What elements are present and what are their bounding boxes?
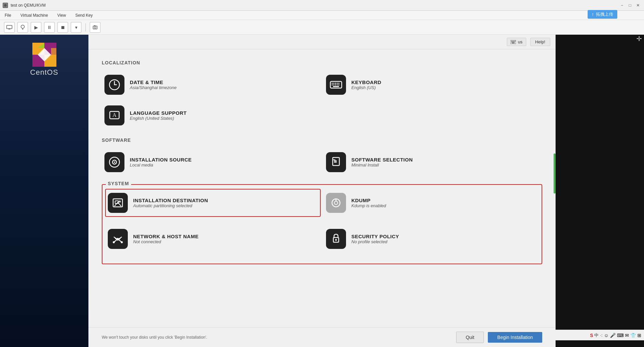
svg-rect-46 bbox=[332, 84, 333, 85]
toolbar-pause-btn[interactable]: ⏸ bbox=[44, 22, 55, 33]
svg-rect-41 bbox=[332, 83, 333, 84]
keyboard-indicator[interactable]: us bbox=[507, 38, 526, 46]
toolbar-monitor-btn[interactable] bbox=[4, 22, 15, 33]
kdump-icon bbox=[326, 193, 346, 213]
taskbar-grid: ⊞ bbox=[637, 333, 641, 338]
network-text: NETWORK & HOST NAME Not connected bbox=[133, 234, 199, 244]
toolbar-play-btn[interactable]: ▶ bbox=[31, 22, 41, 33]
security-policy-text: SECURITY POLICY No profile selected bbox=[351, 234, 399, 244]
network-item[interactable]: NETWORK & HOST NAME Not connected bbox=[105, 225, 321, 253]
toolbar-separator bbox=[85, 23, 86, 31]
svg-point-1 bbox=[4, 4, 7, 7]
software-selection-icon bbox=[326, 152, 346, 172]
date-time-item[interactable]: DATE & TIME Asia/Shanghai timezone bbox=[102, 71, 321, 99]
toolbar-dropdown-btn[interactable]: ▾ bbox=[71, 22, 81, 33]
system-taskbar: S 中 ·: ☺ 🎤 ⌨ ✉ 👕 ⊞ bbox=[556, 330, 644, 340]
svg-rect-42 bbox=[333, 83, 334, 84]
svg-rect-36 bbox=[512, 43, 515, 43]
svg-rect-9 bbox=[94, 25, 95, 26]
toolbar: ▶ ⏸ ⏹ ▾ bbox=[0, 20, 644, 35]
network-icon bbox=[108, 229, 128, 249]
svg-rect-32 bbox=[515, 41, 516, 41]
title-bar: test on QEMU/KVM − □ ✕ bbox=[0, 0, 644, 11]
keyboard-lang: us bbox=[518, 39, 523, 44]
installation-destination-icon bbox=[108, 193, 128, 213]
software-section-title: SOFTWARE bbox=[102, 137, 542, 143]
date-time-icon bbox=[104, 75, 124, 95]
svg-rect-59 bbox=[333, 159, 335, 160]
menu-file[interactable]: File bbox=[3, 12, 13, 19]
svg-rect-43 bbox=[335, 83, 336, 84]
taskbar-mail: ✉ bbox=[625, 333, 629, 338]
bottom-bar: We won't touch your disks until you clic… bbox=[88, 327, 556, 347]
system-row1: INSTALLATION DESTINATION Automatic parti… bbox=[105, 189, 539, 217]
left-panel: CentOS bbox=[0, 35, 88, 347]
menu-view[interactable]: View bbox=[55, 12, 68, 19]
vm-scrollbar[interactable] bbox=[554, 153, 556, 194]
taskbar-zh: 中 bbox=[594, 332, 599, 338]
installation-destination-text: INSTALLATION DESTINATION Automatic parti… bbox=[133, 198, 208, 208]
system-row2: NETWORK & HOST NAME Not connected SECURI… bbox=[105, 225, 539, 253]
svg-rect-7 bbox=[93, 26, 97, 29]
taskbar-s: S bbox=[590, 333, 593, 338]
upload-btn-label: 拓拽上传 bbox=[596, 11, 613, 17]
svg-rect-2 bbox=[7, 25, 12, 29]
upload-btn[interactable]: ↑ 拓拽上传 bbox=[588, 10, 617, 19]
toolbar-stop-btn[interactable]: ⏹ bbox=[57, 22, 68, 33]
software-selection-item[interactable]: SOFTWARE SELECTION Minimal Install bbox=[323, 148, 542, 176]
security-policy-item[interactable]: SECURITY POLICY No profile selected bbox=[323, 225, 539, 253]
bottom-note: We won't touch your disks until you clic… bbox=[102, 335, 207, 340]
date-time-text: DATE & TIME Asia/Shanghai timezone bbox=[130, 79, 177, 90]
kdump-item[interactable]: KDUMP Kdump is enabled bbox=[323, 189, 539, 217]
window-controls: − □ ✕ bbox=[619, 2, 641, 9]
taskbar-kb: ⌨ bbox=[617, 333, 624, 338]
taskbar-shirt: 👕 bbox=[630, 333, 636, 338]
window-title: test on QEMU/KVM bbox=[11, 3, 46, 8]
svg-rect-51 bbox=[333, 86, 339, 87]
kdump-text: KDUMP Kdump is enabled bbox=[351, 198, 386, 208]
language-item[interactable]: A LANGUAGE SUPPORT English (United State… bbox=[102, 101, 321, 129]
help-button[interactable]: Help! bbox=[530, 38, 550, 46]
move-icon[interactable]: ✛ bbox=[636, 35, 642, 43]
content-area: LOCALIZATION DATE & TIME Asia/Shanghai t… bbox=[88, 49, 556, 327]
toolbar-screenshot-btn[interactable] bbox=[90, 22, 100, 33]
upload-icon: ↑ bbox=[592, 12, 594, 17]
system-border: SYSTEM INSTALLATION DESTINATION Automati… bbox=[102, 184, 542, 264]
keyboard-item[interactable]: KEYBOARD English (US) bbox=[323, 71, 542, 99]
taskbar-mic: 🎤 bbox=[610, 333, 616, 338]
svg-text:A: A bbox=[112, 112, 116, 118]
svg-rect-3 bbox=[8, 29, 10, 29]
taskbar-emoji: ☺ bbox=[604, 333, 609, 338]
svg-rect-45 bbox=[338, 83, 339, 84]
centos-logo bbox=[31, 41, 58, 68]
centos-label: CentOS bbox=[30, 68, 58, 77]
svg-rect-48 bbox=[335, 84, 336, 85]
maximize-button[interactable]: □ bbox=[627, 2, 633, 9]
svg-point-8 bbox=[94, 27, 96, 28]
software-grid: INSTALLATION SOURCE Local media SOFTWARE… bbox=[102, 148, 542, 176]
svg-marker-26 bbox=[51, 48, 56, 55]
menu-send-key[interactable]: Send Key bbox=[73, 12, 95, 19]
close-button[interactable]: ✕ bbox=[635, 2, 641, 9]
toolbar-bulb-btn[interactable] bbox=[17, 22, 28, 33]
begin-installation-button[interactable]: Begin Installation bbox=[488, 332, 542, 343]
svg-rect-47 bbox=[333, 84, 334, 85]
quit-button[interactable]: Quit bbox=[456, 332, 484, 343]
installation-destination-item[interactable]: INSTALLATION DESTINATION Automatic parti… bbox=[105, 189, 321, 217]
menu-virtual-machine[interactable]: Virtual Machine bbox=[18, 12, 50, 19]
installation-source-icon bbox=[104, 152, 124, 172]
svg-point-56 bbox=[114, 161, 115, 163]
svg-rect-35 bbox=[514, 42, 515, 42]
svg-point-69 bbox=[113, 241, 115, 243]
installation-source-item[interactable]: INSTALLATION SOURCE Local media bbox=[102, 148, 321, 176]
svg-rect-33 bbox=[511, 42, 512, 42]
svg-point-73 bbox=[335, 239, 337, 241]
software-selection-text: SOFTWARE SELECTION Minimal Install bbox=[351, 157, 413, 167]
svg-point-71 bbox=[117, 238, 119, 240]
minimize-button[interactable]: − bbox=[619, 2, 625, 9]
keyboard-text: KEYBOARD English (US) bbox=[351, 79, 381, 90]
svg-rect-29 bbox=[512, 41, 513, 41]
keyboard-icon bbox=[326, 75, 346, 95]
svg-rect-30 bbox=[513, 41, 514, 41]
far-right-panel: S 中 ·: ☺ 🎤 ⌨ ✉ 👕 ⊞ bbox=[556, 35, 644, 347]
